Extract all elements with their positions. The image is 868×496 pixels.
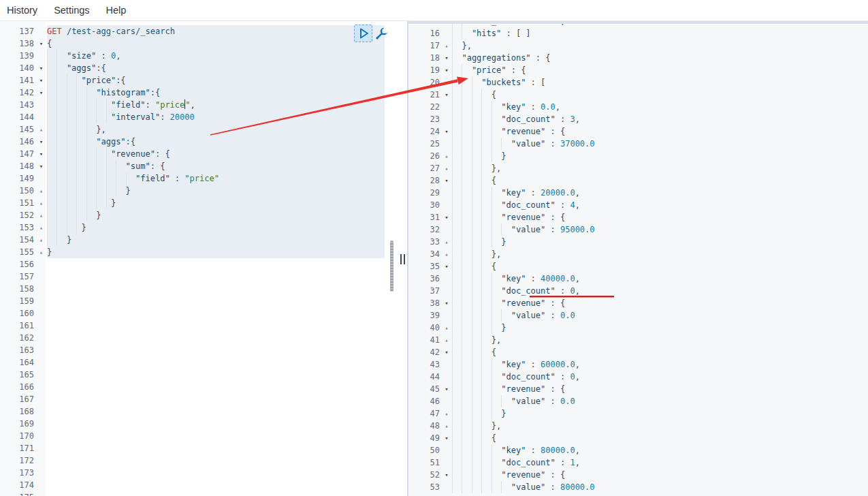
fold-arrow-icon[interactable]: ▾ bbox=[35, 74, 47, 87]
code-line: 138▾{ bbox=[0, 37, 407, 50]
code-text[interactable]: "field" : "price" bbox=[47, 172, 407, 185]
fold-arrow-icon[interactable]: ▾ bbox=[441, 76, 452, 89]
fold-arrow-icon[interactable]: ▾ bbox=[441, 64, 452, 76]
code-text[interactable] bbox=[47, 320, 407, 332]
fold-arrow-icon[interactable]: ▴ bbox=[35, 246, 47, 258]
code-text[interactable]: "aggs":{ bbox=[47, 62, 407, 74]
code-text[interactable]: } bbox=[47, 185, 407, 197]
request-options-button[interactable] bbox=[374, 26, 389, 41]
fold-arrow-icon[interactable]: ▴ bbox=[35, 123, 47, 136]
code-text[interactable] bbox=[47, 418, 407, 430]
fold-arrow-icon[interactable]: ▴ bbox=[35, 197, 47, 209]
code-text[interactable] bbox=[47, 356, 407, 369]
indent-guides bbox=[452, 40, 462, 52]
code-text[interactable]: }, bbox=[47, 123, 407, 136]
code-text[interactable]: } bbox=[47, 221, 407, 234]
code-text[interactable] bbox=[47, 430, 407, 442]
fold-arrow-icon[interactable]: ▾ bbox=[441, 383, 452, 395]
fold-arrow-icon[interactable]: ▴ bbox=[441, 236, 452, 248]
fold-arrow-icon[interactable]: ▴ bbox=[35, 185, 47, 197]
fold-arrow-icon[interactable]: ▾ bbox=[441, 469, 452, 481]
line-number: 142 bbox=[0, 87, 35, 99]
code-text[interactable]: } bbox=[47, 234, 407, 246]
code-text: } bbox=[452, 407, 868, 420]
code-text[interactable]: { bbox=[47, 37, 407, 50]
menu-item-settings[interactable]: Settings bbox=[46, 5, 97, 16]
code-text[interactable] bbox=[47, 491, 407, 496]
line-number: 33 bbox=[408, 236, 441, 248]
fold-arrow-icon[interactable]: ▴ bbox=[441, 334, 452, 346]
editor-scrollbar[interactable] bbox=[390, 241, 393, 292]
fold-arrow-icon[interactable]: ▾ bbox=[441, 260, 452, 273]
indent-guides bbox=[47, 99, 111, 111]
fold-arrow-icon[interactable]: ▾ bbox=[441, 211, 452, 223]
code-text[interactable] bbox=[47, 405, 407, 418]
fold-arrow-icon[interactable]: ▾ bbox=[441, 432, 452, 444]
fold-arrow-icon[interactable]: ▴ bbox=[441, 248, 452, 260]
fold-arrow-icon[interactable]: ▾ bbox=[35, 87, 47, 99]
fold-arrow-icon[interactable]: ▾ bbox=[35, 136, 47, 148]
fold-arrow-icon[interactable]: ▾ bbox=[441, 297, 452, 309]
code-text[interactable] bbox=[47, 270, 407, 283]
fold-arrow-icon[interactable]: ▾ bbox=[441, 89, 452, 101]
fold-arrow-icon[interactable]: ▴ bbox=[35, 234, 47, 246]
request-editor-panel[interactable]: 137GET /test-agg-cars/_search138▾{139"si… bbox=[0, 21, 407, 496]
code-text[interactable]: "price":{ bbox=[47, 74, 407, 87]
fold-arrow-icon[interactable]: ▴ bbox=[35, 221, 47, 234]
fold-arrow-icon[interactable]: ▾ bbox=[441, 346, 452, 358]
code-text[interactable]: "size" : 0, bbox=[47, 50, 407, 62]
code-text: { bbox=[452, 260, 868, 273]
fold-arrow-icon[interactable]: ▴ bbox=[441, 150, 452, 162]
line-number: 44 bbox=[408, 371, 441, 383]
code-text[interactable] bbox=[47, 283, 407, 295]
fold-arrow-icon[interactable]: ▾ bbox=[441, 174, 452, 187]
code-line: 19▾"price" : { bbox=[408, 64, 868, 76]
fold-arrow-icon[interactable]: ▾ bbox=[441, 52, 452, 64]
fold-arrow-icon[interactable]: ▴ bbox=[441, 420, 452, 432]
line-number: 160 bbox=[0, 307, 35, 320]
code-text: "aggregations" : { bbox=[452, 52, 868, 64]
fold-arrow-icon[interactable]: ▾ bbox=[35, 160, 47, 172]
code-text[interactable] bbox=[47, 332, 407, 344]
code-line: 141▾"price":{ bbox=[0, 74, 407, 87]
code-text[interactable] bbox=[47, 454, 407, 467]
fold-arrow-icon[interactable]: ▾ bbox=[35, 62, 47, 74]
fold-arrow-icon[interactable]: ▴ bbox=[441, 40, 452, 52]
code-text[interactable]: "interval": 20000 bbox=[47, 111, 407, 123]
code-text[interactable]: "revenue": { bbox=[47, 148, 407, 160]
fold-arrow-icon[interactable]: ▴ bbox=[441, 162, 452, 174]
code-text[interactable]: "field": "price", bbox=[47, 99, 407, 111]
code-text[interactable] bbox=[47, 258, 407, 270]
fold-arrow-icon[interactable]: ▴ bbox=[441, 322, 452, 334]
fold-arrow-icon[interactable]: ▴ bbox=[35, 209, 47, 221]
code-line: 32"value" : 95000.0 bbox=[408, 223, 868, 236]
fold-arrow-icon[interactable]: ▾ bbox=[35, 148, 47, 160]
code-text[interactable] bbox=[47, 393, 407, 405]
menu-item-history[interactable]: History bbox=[0, 5, 46, 16]
code-line: 146▾"aggs":{ bbox=[0, 136, 407, 148]
fold-arrow-icon[interactable]: ▾ bbox=[35, 37, 47, 50]
code-text[interactable] bbox=[47, 381, 407, 393]
code-text[interactable]: "sum": { bbox=[47, 160, 407, 172]
line-number: 147 bbox=[0, 148, 35, 160]
code-text[interactable]: "aggs":{ bbox=[47, 136, 407, 148]
code-text[interactable]: } bbox=[47, 246, 407, 258]
code-text[interactable] bbox=[47, 442, 407, 454]
code-text[interactable]: } bbox=[47, 209, 407, 221]
line-number: 150 bbox=[0, 185, 35, 197]
code-text[interactable]: } bbox=[47, 197, 407, 209]
indent-guides bbox=[452, 444, 501, 456]
code-text[interactable] bbox=[47, 307, 407, 320]
code-text[interactable]: "histogram":{ bbox=[47, 87, 407, 99]
splitter-handle[interactable] bbox=[400, 254, 406, 264]
code-text[interactable] bbox=[47, 467, 407, 479]
fold-arrow-icon[interactable]: ▴ bbox=[441, 407, 452, 420]
code-text[interactable] bbox=[47, 479, 407, 491]
code-text[interactable] bbox=[47, 295, 407, 307]
code-text[interactable] bbox=[47, 344, 407, 356]
send-request-button[interactable] bbox=[354, 25, 372, 42]
code-text[interactable]: GET /test-agg-cars/_search bbox=[47, 25, 407, 37]
menu-item-help[interactable]: Help bbox=[98, 5, 135, 16]
code-text[interactable] bbox=[47, 369, 407, 381]
fold-arrow-icon[interactable]: ▾ bbox=[441, 125, 452, 138]
